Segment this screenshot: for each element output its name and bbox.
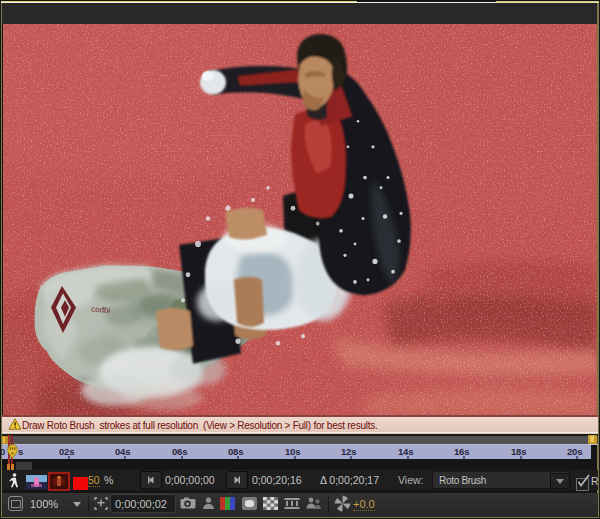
svg-text:codbi: codbi bbox=[91, 305, 111, 315]
